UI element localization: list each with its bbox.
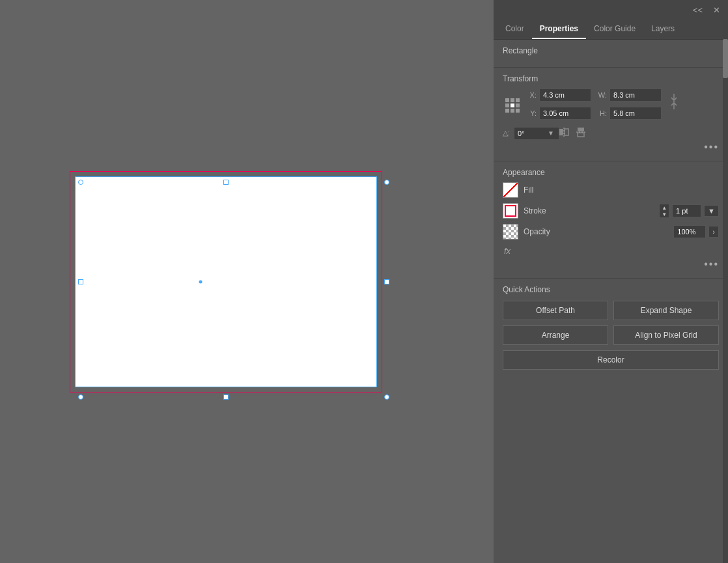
h-label: H: xyxy=(596,109,607,117)
center-dot xyxy=(199,280,203,283)
transform-more-button[interactable]: ••• xyxy=(704,141,719,153)
fill-label: Fill xyxy=(524,185,719,195)
flip-horizontal-button[interactable] xyxy=(558,126,570,140)
anchor-dot xyxy=(511,109,514,113)
arrange-button[interactable]: Arrange xyxy=(503,325,608,345)
tab-color-guide[interactable]: Color Guide xyxy=(586,20,643,39)
handle-bottom-mid[interactable] xyxy=(223,394,229,400)
handle-top-left[interactable] xyxy=(78,180,83,185)
handle-bottom-left[interactable] xyxy=(78,394,83,400)
handle-top-right[interactable] xyxy=(384,180,389,185)
shape-section: Rectangle xyxy=(494,40,728,68)
rectangle-inner[interactable] xyxy=(75,176,377,387)
canvas-area xyxy=(0,0,451,563)
fill-swatch[interactable] xyxy=(503,182,518,198)
transform-title: Transform xyxy=(503,74,719,83)
handle-bottom-right[interactable] xyxy=(384,394,389,400)
anchor-dot xyxy=(516,109,520,113)
qa-row-1: Offset Path Expand Shape xyxy=(503,301,719,320)
wh-fields: W: H: xyxy=(596,89,662,122)
fill-row: Fill xyxy=(503,182,719,198)
xy-fields: X: Y: xyxy=(526,89,591,122)
opacity-row: Opacity › xyxy=(503,224,719,240)
opacity-controls: › xyxy=(673,225,719,238)
tab-color[interactable]: Color xyxy=(497,20,532,39)
anchor-dot xyxy=(505,103,509,107)
anchor-dot xyxy=(516,98,520,102)
anchor-dot xyxy=(511,98,514,102)
scrollbar-thumb[interactable] xyxy=(723,39,728,78)
rotate-input[interactable] xyxy=(514,127,559,140)
panel-content: Rectangle Transform xyxy=(494,40,728,563)
quick-actions-section: Quick Actions Offset Path Expand Shape A… xyxy=(494,279,728,381)
x-field-row: X: xyxy=(526,89,591,102)
anchor-dot xyxy=(516,103,520,107)
close-button[interactable]: ✕ xyxy=(710,4,723,16)
flip-vertical-button[interactable] xyxy=(575,126,587,140)
anchor-icon[interactable] xyxy=(503,96,522,115)
qa-row-3: Recolor xyxy=(503,350,719,370)
handle-left-mid[interactable] xyxy=(78,279,83,284)
y-input[interactable] xyxy=(539,107,591,120)
align-to-pixel-button[interactable]: Align to Pixel Grid xyxy=(613,325,719,345)
y-label: Y: xyxy=(526,109,537,117)
handle-right-mid[interactable] xyxy=(384,279,389,284)
stroke-up-button[interactable]: ▲ xyxy=(660,204,669,211)
handle-top-mid[interactable] xyxy=(223,180,229,185)
appearance-title: Appearance xyxy=(503,168,719,177)
transform-section: Transform xyxy=(494,68,728,161)
appearance-more-options: ••• xyxy=(503,257,719,271)
fx-button[interactable]: fx xyxy=(503,245,512,257)
opacity-options-button[interactable]: › xyxy=(708,226,719,238)
flip-icons xyxy=(558,126,587,140)
panel-tabs: Color Properties Color Guide Layers xyxy=(494,20,728,40)
y-field-row: Y: xyxy=(526,107,591,120)
stroke-down-button[interactable]: ▼ xyxy=(660,211,669,217)
stroke-options-button[interactable]: ▼ xyxy=(704,205,719,217)
anchor-dot-center xyxy=(511,103,514,107)
h-input[interactable] xyxy=(609,107,662,120)
opacity-label: Opacity xyxy=(524,227,668,236)
appearance-section: Appearance Fill Stroke ▲ ▼ ▼ xyxy=(494,161,728,279)
stroke-value-input[interactable] xyxy=(672,204,701,217)
fx-row: fx xyxy=(503,245,719,257)
rotate-label: △: xyxy=(503,129,510,137)
h-field-row: H: xyxy=(596,107,662,120)
svg-rect-5 xyxy=(578,133,584,137)
opacity-value-input[interactable] xyxy=(673,225,706,238)
stroke-stepper[interactable]: ▲ ▼ xyxy=(659,204,669,218)
x-label: X: xyxy=(526,91,537,99)
properties-panel: << ✕ Color Properties Color Guide Layers… xyxy=(494,0,728,563)
w-input[interactable] xyxy=(609,89,662,102)
appearance-more-button[interactable]: ••• xyxy=(704,258,719,270)
more-options: ••• xyxy=(503,140,719,154)
opacity-swatch xyxy=(503,224,518,240)
scrollbar-track xyxy=(723,20,728,563)
constrain-proportions-icon[interactable] xyxy=(667,89,681,115)
stroke-controls: ▲ ▼ ▼ xyxy=(659,204,719,218)
transform-grid: X: Y: W: H: xyxy=(503,89,719,122)
panel-titlebar: << ✕ xyxy=(494,0,728,20)
collapse-button[interactable]: << xyxy=(690,4,705,16)
tab-properties[interactable]: Properties xyxy=(532,20,586,39)
recolor-button[interactable]: Recolor xyxy=(503,350,719,370)
qa-row-2: Arrange Align to Pixel Grid xyxy=(503,325,719,345)
w-field-row: W: xyxy=(596,89,662,102)
stroke-label: Stroke xyxy=(524,206,654,215)
anchor-dot xyxy=(505,109,509,113)
offset-path-button[interactable]: Offset Path xyxy=(503,301,608,320)
x-input[interactable] xyxy=(539,89,591,102)
shape-title: Rectangle xyxy=(503,46,719,55)
expand-shape-button[interactable]: Expand Shape xyxy=(613,301,719,320)
tab-layers[interactable]: Layers xyxy=(643,20,682,39)
stroke-row: Stroke ▲ ▼ ▼ xyxy=(503,203,719,219)
rotate-dropdown[interactable]: ▼ xyxy=(514,127,554,140)
rectangle-wrapper xyxy=(70,171,382,392)
anchor-dot xyxy=(505,98,509,102)
position-fields: X: Y: W: H: xyxy=(526,89,681,122)
stroke-swatch[interactable] xyxy=(503,203,518,219)
rotate-row: △: ▼ xyxy=(503,126,719,140)
svg-rect-4 xyxy=(578,128,584,131)
svg-rect-2 xyxy=(565,129,568,135)
quick-actions-title: Quick Actions xyxy=(503,285,719,294)
